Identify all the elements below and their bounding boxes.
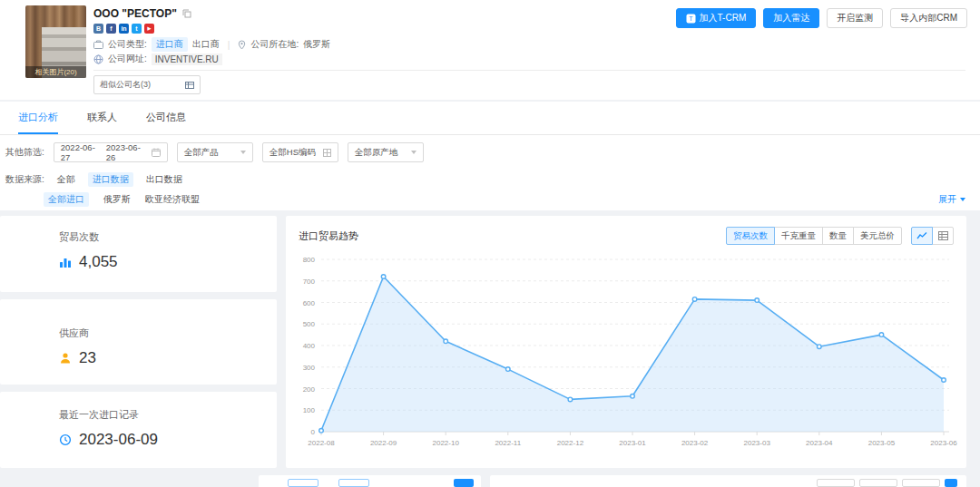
last-import-label: 最近一次进口记录	[59, 408, 277, 422]
location-pin-icon	[238, 40, 246, 50]
tab-company-info[interactable]: 公司信息	[146, 111, 186, 134]
trade-count-value: 4,055	[79, 253, 118, 271]
join-tcrm-label: 加入T-CRM	[700, 12, 747, 24]
linkedin-icon[interactable]: in	[119, 24, 129, 34]
origin-select-value: 全部原产地	[355, 147, 398, 159]
data-source-label: 数据来源:	[5, 173, 44, 186]
sub-option-all-import[interactable]: 全部进口	[44, 192, 89, 207]
partial-card-left	[259, 475, 481, 487]
suppliers-value: 23	[79, 349, 96, 367]
svg-text:2023-05: 2023-05	[868, 439, 896, 447]
join-tcrm-button[interactable]: T 加入T-CRM	[676, 8, 757, 28]
company-website-link[interactable]: INVENTIVE.RU	[152, 54, 222, 65]
svg-text:2023-03: 2023-03	[744, 439, 771, 447]
vk-icon[interactable]: B	[93, 24, 103, 34]
header-actions: T 加入T-CRM 加入雷达 开启监测 导入内部CRM	[676, 8, 967, 28]
grid-icon	[323, 149, 331, 157]
table-icon[interactable]	[932, 227, 954, 245]
svg-text:400: 400	[303, 342, 316, 350]
product-select[interactable]: 全部产品	[177, 142, 253, 162]
last-import-card: 最近一次进口记录 2023-06-09	[0, 392, 277, 468]
company-name: OOO "PECTOP"	[93, 7, 177, 20]
trade-count-label: 贸易次数	[59, 230, 277, 244]
svg-text:2023-06: 2023-06	[930, 439, 957, 447]
company-name-row: OOO "PECTOP"	[93, 7, 191, 20]
related-images-caption[interactable]: 相关图片(20)	[25, 66, 86, 78]
start-monitor-button[interactable]: 开启监测	[827, 8, 883, 28]
tab-contacts[interactable]: 联系人	[87, 111, 117, 134]
tcrm-logo-icon: T	[686, 14, 696, 24]
expand-link[interactable]: 展开	[938, 193, 965, 206]
line-chart-icon[interactable]	[911, 227, 933, 245]
tab-import-analysis[interactable]: 进口分析	[18, 111, 58, 134]
toggle-stub	[902, 479, 940, 487]
date-range-picker[interactable]: 2022-06-27 2023-06-26	[54, 142, 168, 162]
import-internal-crm-label: 导入内部CRM	[900, 12, 957, 24]
toggle-stub	[945, 479, 957, 487]
metric-toggle-trade-count[interactable]: 贸易次数	[726, 227, 775, 245]
metric-toggle-quantity[interactable]: 数量	[822, 227, 854, 245]
divider: |	[228, 40, 230, 50]
sub-option-eaeu[interactable]: 欧亚经济联盟	[145, 193, 200, 206]
company-website-label: 公司网址:	[108, 53, 147, 65]
chart-header: 进口贸易趋势 贸易次数 千克重量 数量 美元总价	[286, 216, 966, 247]
svg-text:2023-02: 2023-02	[681, 439, 709, 447]
svg-text:300: 300	[303, 364, 316, 372]
svg-text:700: 700	[303, 278, 316, 286]
source-option-import[interactable]: 进口数据	[88, 172, 133, 187]
metric-toggle-usd-total[interactable]: 美元总价	[853, 227, 902, 245]
calendar-icon	[152, 148, 161, 157]
metric-toggle-group: 贸易次数 千克重量 数量 美元总价	[726, 227, 902, 245]
social-links: B f in t ▶	[93, 24, 154, 34]
chevron-down-icon	[240, 151, 246, 154]
svg-text:100: 100	[303, 406, 316, 414]
source-option-export[interactable]: 出口数据	[146, 173, 182, 186]
date-end: 2023-06-26	[106, 142, 146, 162]
trade-count-card: 贸易次数 4,055	[0, 216, 277, 292]
join-radar-button[interactable]: 加入雷达	[763, 8, 819, 28]
chevron-down-icon	[411, 151, 416, 154]
facebook-icon[interactable]: f	[106, 24, 116, 34]
origin-select[interactable]: 全部原产地	[348, 142, 424, 162]
company-type-label: 公司类型:	[108, 38, 147, 51]
svg-text:0: 0	[311, 428, 316, 436]
toggle-stub	[817, 479, 855, 487]
expand-label: 展开	[938, 193, 956, 206]
import-internal-crm-button[interactable]: 导入内部CRM	[890, 8, 967, 28]
hs-code-select[interactable]: 全部HS编码	[262, 142, 338, 162]
hs-code-select-value: 全部HS编码	[270, 147, 316, 159]
similar-companies-dropdown[interactable]: 相似公司名(3)	[93, 75, 201, 94]
source-option-all[interactable]: 全部	[57, 173, 75, 186]
analysis-section-header: 进口分析 联系人 公司信息 其他筛选: 2022-06-27 2023-06-2…	[0, 102, 980, 210]
company-header: 相关图片(20) OOO "PECTOP" B f in t ▶ 公司类型: 进…	[0, 0, 980, 100]
table-small-icon	[185, 81, 194, 90]
sub-option-russia[interactable]: 俄罗斯	[103, 193, 131, 206]
svg-text:500: 500	[303, 320, 316, 328]
svg-text:2022-10: 2022-10	[433, 439, 460, 447]
toggle-stub	[454, 479, 474, 487]
date-start: 2022-06-27	[61, 142, 101, 162]
toggle-stub	[859, 479, 897, 487]
import-trend-chart[interactable]: 01002003004005006007008002022-082022-092…	[289, 250, 960, 452]
importer-tag: 进口商	[152, 37, 188, 52]
svg-text:2022-08: 2022-08	[308, 439, 335, 447]
svg-text:2022-11: 2022-11	[495, 439, 521, 447]
svg-text:800: 800	[303, 256, 316, 264]
svg-text:2023-04: 2023-04	[806, 439, 833, 447]
svg-text:2023-01: 2023-01	[619, 439, 646, 447]
chart-title: 进口贸易趋势	[299, 229, 358, 243]
metric-toggle-kg-weight[interactable]: 千克重量	[774, 227, 823, 245]
twitter-icon[interactable]: t	[132, 24, 142, 34]
toggle-stub	[288, 479, 318, 487]
company-photo[interactable]: 相关图片(20)	[25, 5, 86, 78]
copy-icon[interactable]	[182, 9, 191, 18]
view-toggle-group	[911, 227, 954, 245]
filter-row: 其他筛选: 2022-06-27 2023-06-26 全部产品 全部HS编码 …	[5, 142, 424, 162]
exporter-label: 出口商	[192, 38, 220, 51]
product-select-value: 全部产品	[184, 147, 219, 159]
briefcase-icon	[93, 40, 103, 49]
youtube-icon[interactable]: ▶	[144, 24, 154, 34]
company-location-value: 俄罗斯	[303, 38, 330, 51]
svg-text:600: 600	[303, 299, 316, 307]
tabs-bar: 进口分析 联系人 公司信息	[0, 102, 980, 135]
